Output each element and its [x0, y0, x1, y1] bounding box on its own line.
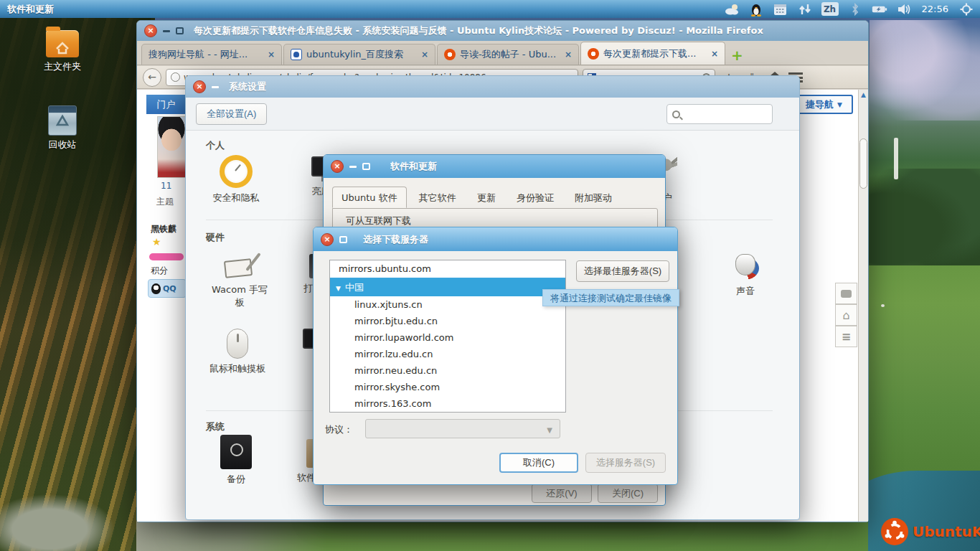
back-to-top-button[interactable]: ⌂: [835, 304, 857, 326]
globe-icon: [171, 72, 180, 82]
firefox-tab-strip: 搜狗网址导航 - - 网址... × ubuntukylin_百度搜索 × 导读…: [137, 41, 868, 65]
window-title: 系统设置: [229, 80, 266, 93]
software-titlebar[interactable]: × 软件和更新: [324, 155, 665, 178]
volume-icon[interactable]: [896, 2, 912, 17]
input-method-indicator[interactable]: Zh: [821, 2, 839, 16]
qq-badge[interactable]: QQ: [148, 279, 187, 298]
bluetooth-icon[interactable]: [847, 2, 863, 17]
section-hardware: 硬件: [206, 231, 225, 244]
calendar-icon[interactable]: [773, 2, 788, 17]
window-title: 选择下载服务器: [363, 233, 428, 246]
tab-additional-drivers[interactable]: 附加驱动: [566, 187, 621, 209]
wallpaper-sheep: [881, 304, 885, 307]
server-row-selected[interactable]: mirrors.ubuntu.com: [330, 260, 565, 279]
tab-other-software[interactable]: 其它软件: [410, 187, 465, 209]
item-label: 鼠标和触摸板: [197, 362, 278, 375]
settings-item-sound[interactable]: 声音: [705, 254, 786, 298]
close-button[interactable]: 关闭(C): [598, 484, 658, 503]
server-titlebar[interactable]: × 选择下载服务器: [314, 227, 677, 251]
search-icon: [672, 110, 680, 118]
choose-server-button[interactable]: 选择服务器(S): [585, 453, 666, 473]
maximize-icon[interactable]: [176, 27, 184, 34]
tab-close-icon[interactable]: ×: [268, 50, 275, 60]
tab-baidu-search[interactable]: ubuntukylin_百度搜索 ×: [283, 44, 435, 65]
settings-item-backup[interactable]: 备份: [196, 435, 276, 486]
forum-portal-tab[interactable]: 门户: [146, 95, 186, 114]
desktop-icon-home[interactable]: 主文件夹: [30, 30, 95, 73]
server-row-country[interactable]: ▼中国: [330, 279, 565, 296]
tab-forum-posts[interactable]: 导读-我的帖子 - Ubu... ×: [437, 44, 579, 65]
server-row[interactable]: mirror.skyshe.com: [330, 379, 565, 395]
tab-label: 搜狗网址导航 - - 网址...: [149, 48, 248, 61]
server-row[interactable]: mirror.lupaworld.com: [330, 329, 565, 346]
tab-authentication[interactable]: 身份验证: [508, 187, 562, 209]
item-label: 备份: [196, 473, 276, 486]
tab-updates[interactable]: 更新: [468, 187, 504, 209]
settings-search-input[interactable]: [684, 109, 756, 119]
thread-list-button[interactable]: ≡: [835, 326, 857, 347]
network-updown-icon[interactable]: [797, 2, 813, 17]
ubuntukylin-logo-icon: [881, 518, 908, 545]
minimize-icon[interactable]: [212, 86, 219, 88]
settings-item-security[interactable]: 安全和隐私: [196, 155, 276, 204]
settings-item-mouse[interactable]: 鼠标和触摸板: [197, 329, 278, 375]
tab-current-thread[interactable]: 每次更新都提示下载... ×: [580, 42, 725, 65]
expand-triangle-icon[interactable]: ▼: [336, 285, 341, 292]
settings-item-wacom[interactable]: Wacom 手写 板: [199, 251, 280, 309]
maximize-icon[interactable]: [362, 163, 370, 170]
item-label: 板: [199, 296, 280, 309]
window-title: 每次更新都提示下载软件仓库信息失败 - 系统安装问题与反馈 - Ubuntu K…: [194, 24, 763, 37]
server-row[interactable]: mirrors.163.com: [330, 395, 565, 412]
battery-icon[interactable]: [872, 2, 887, 17]
username: 黑铁麒: [151, 223, 176, 235]
tab-label: 导读-我的帖子 - Ubu...: [460, 48, 556, 61]
baidu-paw-icon: [291, 49, 302, 60]
top-panel: 软件和更新 Zh 22:56: [0, 0, 980, 18]
desktop-icon-trash[interactable]: 回收站: [30, 105, 95, 151]
server-row[interactable]: mirror.neu.edu.cn: [330, 362, 565, 379]
mouse-icon: [227, 329, 248, 359]
all-settings-button[interactable]: 全部设置(A): [196, 103, 267, 125]
minimize-icon[interactable]: [163, 30, 170, 32]
new-tab-button[interactable]: +: [731, 46, 743, 65]
server-row[interactable]: mirror.bjtu.edu.cn: [330, 313, 565, 329]
close-icon[interactable]: ×: [193, 80, 206, 93]
tux-penguin-icon[interactable]: [748, 2, 764, 17]
clock[interactable]: 22:56: [922, 4, 948, 14]
qq-penguin-icon: [151, 283, 161, 294]
scroll-thumb[interactable]: [859, 138, 867, 189]
server-row[interactable]: linux.xjtuns.cn: [330, 296, 565, 313]
security-privacy-icon: [220, 155, 253, 188]
scroll-up-icon[interactable]: ▲: [859, 90, 868, 100]
tab-close-icon[interactable]: ×: [421, 50, 428, 60]
tab-sogou[interactable]: 搜狗网址导航 - - 网址... ×: [141, 44, 282, 65]
back-button[interactable]: ←: [143, 68, 161, 87]
settings-search-field[interactable]: [666, 104, 773, 124]
cancel-button[interactable]: 取消(C): [499, 453, 578, 473]
server-list[interactable]: mirrors.ubuntu.com ▼中国 linux.xjtuns.cn m…: [329, 260, 566, 413]
item-label: 声音: [705, 285, 786, 298]
maximize-icon[interactable]: [339, 236, 347, 243]
close-icon[interactable]: ×: [321, 233, 334, 246]
restore-button[interactable]: 还原(V): [532, 484, 592, 503]
points-label: 积分: [151, 265, 168, 277]
weather-icon[interactable]: [724, 2, 740, 17]
close-icon[interactable]: ×: [331, 160, 344, 173]
server-row[interactable]: mirror.lzu.edu.cn: [330, 346, 565, 362]
comment-float-button[interactable]: [835, 283, 857, 304]
protocol-dropdown[interactable]: ▼: [365, 419, 560, 438]
backup-safe-icon: [220, 435, 252, 469]
scrollbar[interactable]: ▲: [858, 90, 868, 522]
quick-nav-button[interactable]: 捷导航 ▼: [795, 95, 853, 114]
firefox-titlebar[interactable]: × 每次更新都提示下载软件仓库信息失败 - 系统安装问题与反馈 - Ubuntu…: [137, 21, 868, 41]
user-avatar: [157, 116, 186, 178]
best-server-button[interactable]: 选择最佳服务器(S): [576, 260, 669, 282]
settings-titlebar[interactable]: × 系统设置: [186, 76, 799, 98]
tab-close-icon[interactable]: ×: [565, 50, 572, 60]
sound-knob-icon: [730, 254, 760, 281]
session-gear-icon[interactable]: [958, 2, 974, 17]
tab-ubuntu-software[interactable]: Ubuntu 软件: [332, 187, 407, 208]
tab-close-icon[interactable]: ×: [711, 49, 718, 59]
minimize-icon[interactable]: [349, 166, 357, 168]
close-icon[interactable]: ×: [144, 24, 157, 37]
